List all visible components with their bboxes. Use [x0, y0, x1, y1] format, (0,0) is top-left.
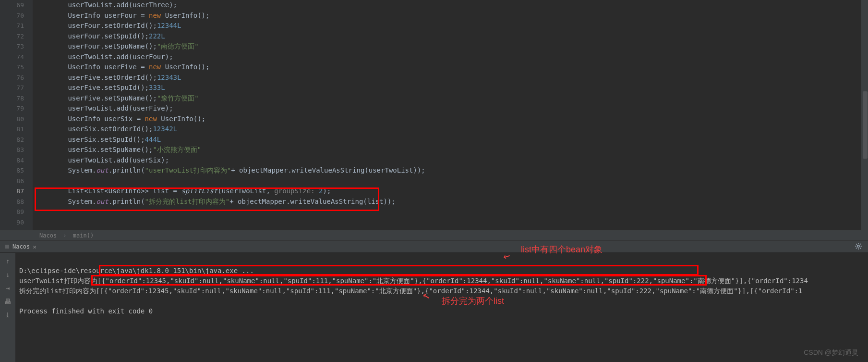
line-number: 81	[0, 124, 24, 135]
code-line[interactable]: userSix.setOrderId();12342L	[33, 124, 868, 135]
svg-line-8	[856, 248, 857, 249]
line-number: 82	[0, 135, 24, 145]
code-line[interactable]: userFive.setSpuId();333L	[33, 83, 868, 93]
code-line[interactable]: userTwoList.add(userFive);	[33, 103, 868, 114]
line-number: 72	[0, 31, 24, 42]
console-cmd: D:\eclipse-ide\resource\java\jdk1.8.0 15…	[19, 267, 254, 275]
line-number: 74	[0, 52, 24, 62]
line-number: 89	[0, 207, 24, 217]
code-line[interactable]: userFour.setSpuId();222L	[33, 31, 868, 42]
line-number: 73	[0, 41, 24, 52]
svg-line-9	[860, 244, 861, 245]
editor-scrollbar-track[interactable]	[861, 0, 868, 230]
line-number: 70	[0, 11, 24, 21]
scroll-down-icon[interactable]: ↓	[2, 269, 13, 280]
code-line[interactable]: userFive.setSpuName();"豫竹方便面"	[33, 93, 868, 104]
breadcrumb-class[interactable]: Nacos	[39, 232, 57, 239]
console-output[interactable]: D:\eclipse-ide\resource\java\jdk1.8.0 15…	[15, 253, 868, 362]
code-line[interactable]: userTwoList.add(userFour);	[33, 52, 868, 62]
watermark: CSDN @梦幻通灵	[804, 349, 858, 357]
code-line[interactable]: userFour.setOrderId();12344L	[33, 21, 868, 31]
tab-label: Nacos	[12, 243, 30, 250]
line-number: 85	[0, 165, 24, 176]
code-line[interactable]: UserInfo userFour = new UserInfo();	[33, 11, 868, 21]
print-icon[interactable]: 🖶	[2, 296, 13, 307]
svg-rect-0	[5, 245, 9, 249]
console-tabs: Nacos ×	[0, 240, 868, 253]
scroll-end-icon[interactable]: ⤓	[2, 310, 13, 320]
code-line[interactable]: System.out.println("userTwoList打印内容为"+ o…	[33, 165, 868, 176]
code-area[interactable]: userTwoList.add(userThree); UserInfo use…	[33, 0, 868, 230]
breadcrumb-method[interactable]: main()	[73, 232, 94, 239]
run-icon	[4, 243, 11, 250]
console-area: ↑ ↓ ⇥ 🖶 ⤓ D:\eclipse-ide\resource\java\j…	[0, 253, 868, 362]
line-number: 78	[0, 93, 24, 104]
tab-nacos[interactable]: Nacos ×	[0, 240, 40, 253]
editor-scrollbar-thumb[interactable]	[863, 91, 868, 159]
line-number: 83	[0, 145, 24, 155]
code-line[interactable]	[33, 176, 868, 187]
scroll-up-icon[interactable]: ↑	[2, 256, 13, 266]
breadcrumb-separator: ›	[63, 232, 66, 239]
console-line1-json: [{"orderId":12345,"skuId":null,"skuName"…	[97, 277, 808, 285]
code-line[interactable]: userSix.setSpuId();444L	[33, 135, 868, 145]
line-number: 84	[0, 155, 24, 166]
gear-icon[interactable]	[855, 242, 862, 251]
line-number: 87	[0, 186, 24, 197]
console-line1-prefix: userTwoList打印内容为	[19, 277, 97, 285]
line-number: 75	[0, 62, 24, 73]
line-number: 69	[0, 0, 24, 11]
close-icon[interactable]: ×	[33, 243, 36, 250]
line-number: 77	[0, 83, 24, 93]
console-line2-json: [[{"orderId":12345,"skuId":null,"skuName…	[96, 287, 803, 295]
console-exit: Process finished with exit code 0	[19, 307, 153, 315]
code-line[interactable]: List<List<UserInfo>> list = splitList(us…	[33, 186, 868, 197]
code-line[interactable]: userSix.setSpuName();"小浣熊方便面"	[33, 145, 868, 155]
code-line[interactable]: userTwoList.add(userThree);	[33, 0, 868, 11]
soft-wrap-icon[interactable]: ⇥	[2, 283, 13, 293]
breadcrumb[interactable]: Nacos › main()	[0, 230, 868, 240]
svg-line-7	[860, 248, 861, 249]
svg-line-6	[856, 244, 857, 245]
line-number: 90	[0, 217, 24, 228]
code-line[interactable]: System.out.println("拆分完的list打印内容为"+ obje…	[33, 197, 868, 207]
svg-point-1	[857, 245, 859, 247]
editor-area: 6970717273747576777879808182838485868788…	[0, 0, 868, 230]
line-number: 80	[0, 114, 24, 125]
console-toolbar: ↑ ↓ ⇥ 🖶 ⤓	[0, 253, 15, 362]
code-line[interactable]	[33, 217, 868, 228]
code-line[interactable]: userTwoList.add(userSix);	[33, 155, 868, 166]
line-number: 71	[0, 21, 24, 31]
code-line[interactable]: userFive.setOrderId();12343L	[33, 73, 868, 83]
line-number: 76	[0, 73, 24, 83]
code-line[interactable]: UserInfo userSix = new UserInfo();	[33, 114, 868, 125]
line-gutter: 6970717273747576777879808182838485868788…	[0, 0, 33, 230]
line-number: 86	[0, 176, 24, 187]
console-line2-prefix: 拆分完的list打印内容为	[19, 287, 96, 295]
code-line[interactable]	[33, 207, 868, 217]
line-number: 79	[0, 103, 24, 114]
code-line[interactable]: userFour.setSpuName();"南德方便面"	[33, 41, 868, 52]
line-number: 88	[0, 197, 24, 207]
code-line[interactable]: UserInfo userFive = new UserInfo();	[33, 62, 868, 73]
